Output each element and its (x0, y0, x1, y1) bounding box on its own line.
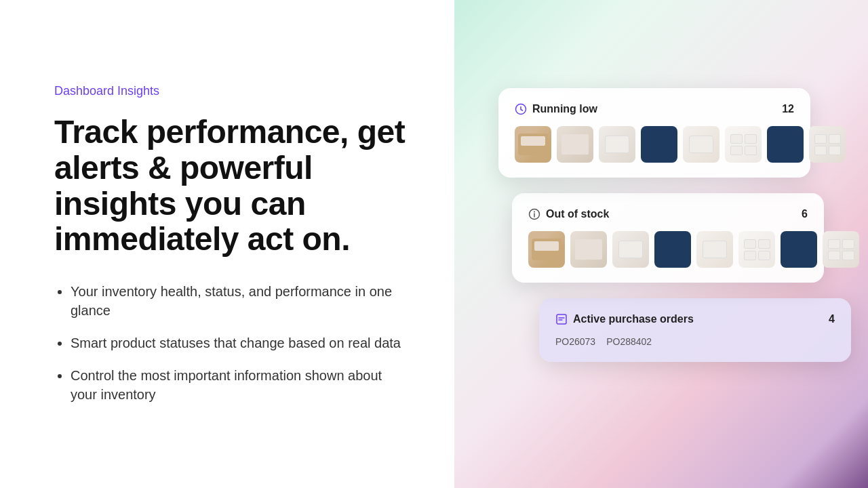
clock-icon (515, 103, 527, 115)
po-number-1: PO26073 (555, 336, 595, 347)
po-number-2: PO288402 (606, 336, 652, 347)
info-icon (528, 208, 540, 220)
purchase-orders-header: Active purchase orders 4 (555, 313, 835, 325)
running-low-header-left: Running low (515, 103, 597, 115)
cards-container: Running low 12 (485, 68, 837, 420)
running-low-products (515, 126, 794, 163)
product-thumb (557, 126, 593, 163)
out-of-stock-products (528, 231, 808, 268)
bullet-1: Your inventory health, status, and perfo… (71, 282, 407, 320)
purchase-orders-title: Active purchase orders (573, 313, 694, 325)
product-thumb (570, 231, 607, 268)
purchase-orders-header-left: Active purchase orders (555, 313, 694, 325)
section-tag: Dashboard Insights (54, 84, 407, 98)
product-thumb (696, 231, 733, 268)
product-thumb (599, 126, 635, 163)
product-thumb (515, 126, 551, 163)
product-thumb (654, 231, 691, 268)
product-thumb (738, 231, 775, 268)
running-low-count: 12 (782, 103, 794, 115)
product-thumb (725, 126, 762, 163)
product-thumb (528, 231, 565, 268)
product-thumb (823, 231, 859, 268)
out-of-stock-title: Out of stock (546, 208, 609, 220)
running-low-title: Running low (532, 103, 597, 115)
po-numbers: PO26073 PO288402 (555, 336, 835, 347)
product-thumb (809, 126, 846, 163)
cart-icon (555, 313, 568, 325)
product-thumb (767, 126, 804, 163)
out-of-stock-header: Out of stock 6 (528, 208, 808, 220)
bullet-2: Smart product statuses that change based… (71, 333, 407, 352)
running-low-header: Running low 12 (515, 103, 794, 115)
product-thumb (683, 126, 719, 163)
out-of-stock-count: 6 (802, 208, 808, 220)
product-thumb (641, 126, 677, 163)
bullet-3: Control the most important information s… (71, 366, 407, 404)
svg-rect-3 (557, 314, 566, 324)
left-panel: Dashboard Insights Track performance, ge… (0, 0, 454, 488)
out-of-stock-card: Out of stock 6 (512, 193, 824, 283)
purchase-orders-card: Active purchase orders 4 PO26073 PO28840… (539, 298, 851, 362)
svg-point-2 (534, 211, 535, 213)
product-thumb (781, 231, 817, 268)
running-low-card: Running low 12 (498, 88, 810, 178)
feature-list: Your inventory health, status, and perfo… (54, 282, 407, 404)
out-of-stock-header-left: Out of stock (528, 208, 609, 220)
product-thumb (612, 231, 649, 268)
purchase-orders-count: 4 (829, 313, 835, 325)
headline: Track performance, get alerts & powerful… (54, 115, 407, 258)
right-panel: Running low 12 (454, 0, 868, 488)
